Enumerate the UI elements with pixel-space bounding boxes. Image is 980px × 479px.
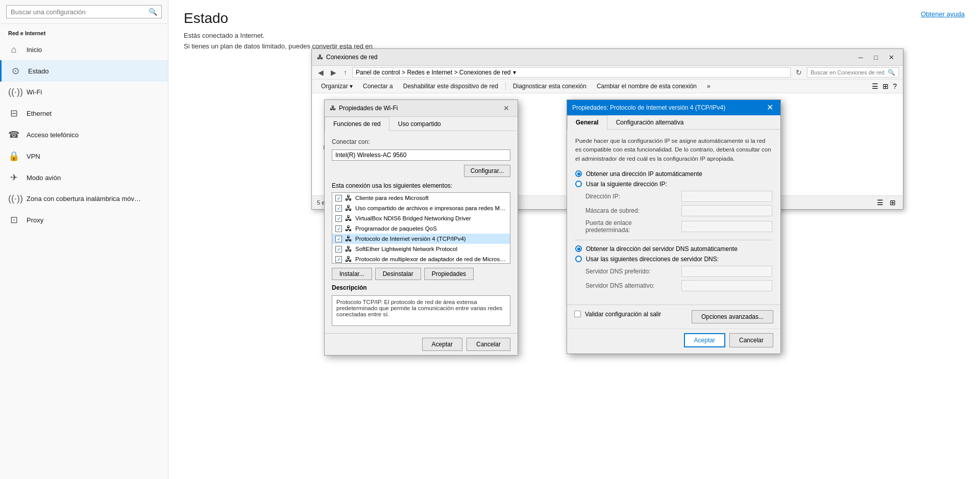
- refresh-button[interactable]: ↻: [794, 67, 804, 78]
- breadcrumb-dropdown-icon[interactable]: ▾: [513, 69, 516, 76]
- element-checkbox-4[interactable]: [335, 236, 342, 242]
- tab-alt-config[interactable]: Configuración alternativa: [607, 115, 693, 130]
- adapter-dropdown[interactable]: Intel(R) Wireless-AC 9560: [332, 149, 510, 161]
- sidebar-item-estado[interactable]: ⊙ Estado: [0, 60, 168, 82]
- manual-dns-row[interactable]: Usar las siguientes direcciones de servi…: [575, 256, 772, 263]
- advanced-button[interactable]: Opciones avanzadas...: [692, 310, 773, 323]
- gateway-label: Puerta de enlace predeterminada:: [585, 219, 677, 234]
- breadcrumb-text: Panel de control > Redes e Internet > Co…: [356, 69, 511, 76]
- tab-funciones-red[interactable]: Funciones de red: [325, 117, 389, 131]
- wifi-tabs: Funciones de red Uso compartido: [325, 117, 518, 131]
- auto-dns-label: Obtener la dirección del servidor DNS au…: [586, 245, 738, 253]
- ipv4-footer-buttons: Opciones avanzadas...: [692, 310, 773, 323]
- sidebar-item-wifi[interactable]: ((·)) Wi-Fi: [0, 82, 168, 103]
- auto-ip-row[interactable]: Obtener una dirección IP automáticamente: [575, 170, 772, 178]
- breadcrumb[interactable]: Panel de control > Redes e Internet > Co…: [352, 67, 791, 78]
- uninstall-button[interactable]: Desinstalar: [375, 268, 421, 280]
- view-grid-btn[interactable]: ⊞: [880, 81, 891, 91]
- install-button[interactable]: Instalar...: [332, 268, 372, 280]
- statusbar-view-btn2[interactable]: ⊞: [888, 197, 898, 208]
- element-checkbox-5[interactable]: [335, 246, 342, 253]
- element-icon-3: 🖧: [345, 224, 352, 233]
- element-checkbox-6[interactable]: [335, 256, 342, 263]
- adapter-select-row: Intel(R) Wireless-AC 9560: [332, 149, 510, 161]
- element-checkbox-2[interactable]: [335, 215, 342, 222]
- sidebar-item-label-vpn: VPN: [27, 153, 40, 160]
- auto-ip-radio[interactable]: [575, 170, 582, 177]
- ipv4-cancel-button[interactable]: Cancelar: [729, 333, 773, 347]
- toolbar-more[interactable]: »: [702, 81, 716, 92]
- network-icon: 🖧: [317, 54, 323, 61]
- back-button[interactable]: ◀: [316, 67, 326, 78]
- list-item[interactable]: 🖧Cliente para redes Microsoft: [332, 193, 510, 203]
- description-title: Descripción: [332, 284, 510, 291]
- sidebar-item-ethernet[interactable]: ⊟ Ethernet: [0, 103, 168, 124]
- list-item[interactable]: 🖧Uso compartido de archivos e impresoras…: [332, 203, 510, 213]
- sidebar-item-telefonica[interactable]: ☎ Acceso telefónico: [0, 124, 168, 145]
- wifi-accept-button[interactable]: Aceptar: [422, 338, 462, 351]
- wifi-cancel-button[interactable]: Cancelar: [467, 338, 510, 351]
- wifi-dialog-close[interactable]: ✕: [500, 103, 512, 113]
- maximize-button[interactable]: □: [869, 52, 883, 62]
- ipv4-properties-dialog: Propiedades: Protocolo de Internet versi…: [567, 99, 781, 354]
- up-button[interactable]: ↑: [341, 67, 349, 78]
- manual-ip-radio[interactable]: [575, 181, 582, 187]
- alt-dns-input[interactable]: [681, 280, 772, 291]
- minimize-button[interactable]: ─: [854, 52, 867, 62]
- win-search-icon: 🔍: [888, 69, 895, 76]
- manual-dns-radio[interactable]: [575, 256, 582, 262]
- ip-input[interactable]: [681, 191, 772, 202]
- forward-button[interactable]: ▶: [329, 67, 338, 78]
- gateway-input[interactable]: [681, 221, 772, 232]
- toolbar-connect[interactable]: Conectar a: [358, 81, 398, 92]
- statusbar-right-buttons: ☰ ⊞: [875, 197, 898, 208]
- close-button[interactable]: ✕: [885, 52, 898, 62]
- ipv4-accept-button[interactable]: Aceptar: [684, 333, 725, 347]
- toolbar-disable[interactable]: Deshabilitar este dispositivo de red: [398, 81, 503, 92]
- wifi-icon: ((·)): [8, 87, 19, 97]
- search-box[interactable]: 🔍: [6, 5, 162, 18]
- list-item[interactable]: 🖧VirtualBox NDIS6 Bridged Networking Dri…: [332, 213, 510, 223]
- sidebar-item-inicio[interactable]: ⌂ Inicio: [0, 39, 168, 60]
- view-help-btn[interactable]: ?: [891, 81, 899, 91]
- configure-button[interactable]: Configurar...: [464, 165, 510, 177]
- list-item[interactable]: 🖧Protocolo de Internet versión 4 (TCP/IP…: [332, 234, 510, 244]
- ipv4-close-button[interactable]: ✕: [765, 104, 775, 112]
- validate-checkbox[interactable]: [574, 311, 581, 317]
- list-item[interactable]: 🖧Protocolo de multiplexor de adaptador d…: [332, 254, 510, 264]
- pref-dns-input[interactable]: [681, 266, 772, 277]
- toolbar-rename[interactable]: Cambiar el nombre de esta conexión: [592, 81, 702, 92]
- wifi-dialog-icon: 🖧: [330, 105, 336, 112]
- element-label-4: Protocolo de Internet versión 4 (TCP/IPv…: [355, 236, 466, 242]
- sidebar-item-label-cobertura: Zona con cobertura inalámbrica móv…: [27, 195, 141, 203]
- connect-with-row: Conectar con:: [332, 138, 510, 145]
- element-icon-4: 🖧: [345, 235, 352, 243]
- auto-dns-row[interactable]: Obtener la dirección del servidor DNS au…: [575, 245, 772, 253]
- vpn-icon: 🔒: [8, 150, 19, 162]
- statusbar-view-btn1[interactable]: ☰: [875, 197, 886, 208]
- tab-general[interactable]: General: [567, 115, 607, 130]
- subnet-input[interactable]: [681, 205, 772, 216]
- toolbar-diagnose[interactable]: Diagnosticar esta conexión: [508, 81, 592, 92]
- help-link[interactable]: Obtener ayuda: [921, 10, 965, 18]
- manual-ip-row[interactable]: Usar la siguiente dirección IP:: [575, 181, 772, 188]
- element-checkbox-3[interactable]: [335, 225, 342, 232]
- list-item[interactable]: 🖧Programador de paquetes QoS: [332, 223, 510, 234]
- sidebar: 🔍 Red e Internet ⌂ Inicio ⊙ Estado ((·))…: [0, 0, 168, 479]
- sidebar-item-cobertura[interactable]: ((·)) Zona con cobertura inalámbrica móv…: [0, 188, 168, 209]
- properties-button[interactable]: Propiedades: [424, 268, 474, 280]
- search-input[interactable]: [11, 8, 149, 16]
- element-checkbox-1[interactable]: [335, 205, 342, 212]
- sidebar-item-vpn[interactable]: 🔒 VPN: [0, 145, 168, 167]
- element-checkbox-0[interactable]: [335, 195, 342, 201]
- page-title: Estado: [184, 10, 965, 27]
- view-list-btn[interactable]: ☰: [870, 81, 880, 91]
- list-item[interactable]: 🖧SoftEther Lightweight Network Protocol: [332, 244, 510, 254]
- toolbar-organize[interactable]: Organizar ▾: [316, 81, 358, 92]
- auto-dns-radio[interactable]: [575, 245, 582, 252]
- sidebar-item-avion[interactable]: ✈ Modo avión: [0, 167, 168, 188]
- sidebar-item-proxy[interactable]: ⊡ Proxy: [0, 209, 168, 231]
- win-search-input[interactable]: [811, 69, 886, 75]
- elements-listbox[interactable]: 🖧Cliente para redes Microsoft🖧Uso compar…: [332, 192, 510, 264]
- tab-uso-compartido[interactable]: Uso compartido: [389, 117, 450, 131]
